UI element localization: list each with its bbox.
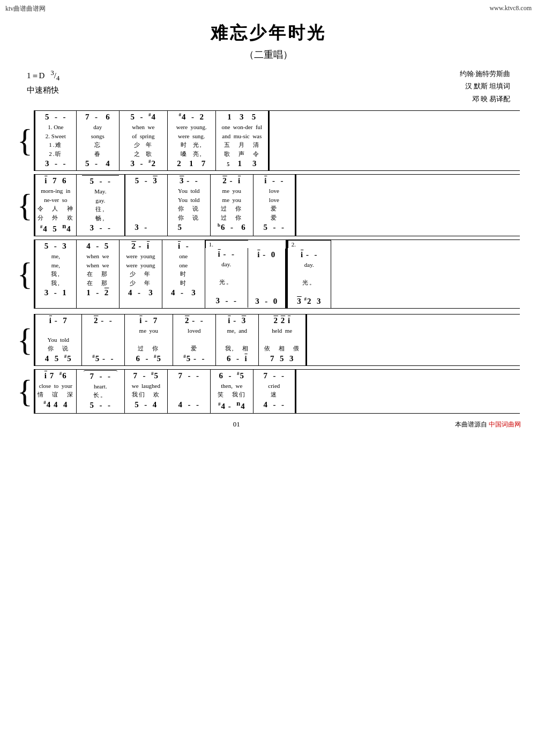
m2-1: i 7 6 morn-ing in ne-ver so 令 人 神 分 外 欢 … [34,175,77,236]
measure-1-3: 5 - #4 when we of spring 少 年 之 歌 3 - #2 [120,111,168,170]
m4-1: i - 7 You told 你 说 4 5 #5 [34,315,82,365]
m5-6: 7 - - cried 迷 4 - - [253,370,296,413]
m2-4: 3 - - You told You told 你 说 你 说 5 [168,175,211,236]
row4-measures: i - 7 You told 你 说 4 5 #5 2 - - #5 - - [34,314,520,366]
staff-bracket-4: { [17,314,33,366]
song-subtitle: （二重唱） [11,48,526,61]
m4-4: 2 - - loved 爱 #5 - - [173,315,216,365]
measure-1-4: #4 - 2 were young. were sung. 时 光, 嗓 亮, … [168,111,216,170]
source-info: 本曲谱源自 中国词曲网 [455,420,521,429]
key-tempo: 1＝D 3/4 [27,68,59,84]
site-left: ktv曲谱曲谱网 [5,4,46,13]
staff-bracket-2: { [17,174,33,236]
m2-2: 5 - - May. gay. 往, 畅, 3 - - [77,175,125,236]
composer-info: 约翰·施特劳斯曲 汉 默斯 坦填词 邓 映 易译配 [460,68,510,105]
m3-3: 2 - i were young were young 少 年 少 年 4 - … [120,240,162,308]
m5-2: 7 - - heart. 长。 5 - - [77,370,125,413]
row1-measures: 5 - - 1. One 2. Sweet 1.难 2.听 3 - - 7 - … [34,110,520,171]
m3-1: 5 - 3 me, me, 我, 我, 3 - 1 [34,240,77,308]
composer: 约翰·施特劳斯曲 [460,68,510,80]
m4-3: i - 7 me you 过 你 6 - #5 [125,315,173,365]
m3-5: i - - day. 光。 3 - - [205,248,248,308]
score-area: { 5 - - 1. One 2. Sweet 1.难 2.听 3 - - 7 … [11,110,526,414]
song-title: 难忘少年时光 [11,5,526,45]
m5-4: 7 - - 4 - - [168,370,211,413]
m3-7: i - - day. 光。 3 #2 3 [288,248,331,308]
staff-bracket-1: { [17,110,33,171]
m5-5: 6 - #5 then, we 笑 我们 #4 - n4 [211,370,253,413]
m2-5: 2 - i me you me you 过 你 过 你 b6 - 6 [211,175,253,236]
measure-1-2: 7 - 6 day songs 忘 春 5 - 4 [77,111,120,170]
translator: 邓 映 易译配 [460,93,510,105]
page-number: 01 [233,420,240,429]
footer: 01 本曲谱源自 中国词曲网 [11,420,526,429]
site-right: www.ktvc8.com [489,4,532,12]
m3-6-group: i - 0 3 - 0 [248,240,286,308]
lyricist: 汉 默斯 坦填词 [460,80,510,92]
m2-3: 5 - 3 3 - [125,175,168,236]
page: ktv曲谱曲谱网 www.ktvc8.com 难忘少年时光 （二重唱） 1＝D … [0,0,537,756]
row5-measures: i 7 #6 close to your 情 谊 深 #4 4 4 7 - - … [34,369,520,414]
m3-7-group: 2. i - - day. 光。 3 #2 3 [286,240,331,308]
tempo-marking: 中速稍快 [27,84,59,96]
m4-2: 2 - - #5 - - [82,315,125,365]
footer-left [16,420,18,429]
m3-6: i - 0 3 - 0 [248,249,286,308]
m4-5: i - 3 me, and 我, 相 6 - i [216,315,259,365]
row2-measures: i 7 6 morn-ing in ne-ver so 令 人 神 分 外 欢 … [34,174,520,236]
volta-1-group: 1. i - - day. 光。 3 - - [205,240,248,308]
staff-bracket-5: { [17,369,33,414]
m3-2: 4 - 5 when we when we 在 那 在 那 1 - 2 [77,240,120,308]
row3-measures: 5 - 3 me, me, 我, 我, 3 - 1 4 - 5 when we … [34,239,520,309]
m2-6: i - - love love 爱 爱 5 - - [253,175,296,236]
key-info: 1＝D 3/4 中速稍快 [27,68,59,105]
staff-bracket-3: { [17,239,33,309]
measure-1-5: 1 3 5 one won-der ful and mu-sic was 五 月… [216,111,270,170]
m5-3: 7 - #5 we laughed 我们 欢 5 - 4 [125,370,168,413]
m5-1: i 7 #6 close to your 情 谊 深 #4 4 4 [34,370,77,413]
measure-1-1: 5 - - 1. One 2. Sweet 1.难 2.听 3 - - [34,111,77,170]
m4-6: 2 2 i held me 依 相 偎 7 5 3 [259,315,307,365]
header-info: 1＝D 3/4 中速稍快 约翰·施特劳斯曲 汉 默斯 坦填词 邓 映 易译配 [11,68,526,105]
m3-4: i - one one 时 时 4 - 3 [162,240,205,308]
